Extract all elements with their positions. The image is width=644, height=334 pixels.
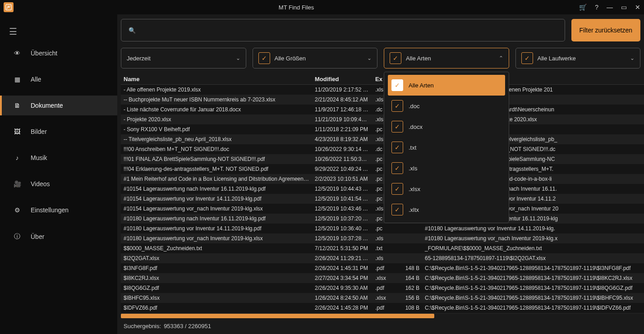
search-box[interactable]: 🔍: [121, 19, 565, 41]
cell-name: $I2Q2GAT.xlsx: [121, 253, 312, 263]
sidebar-item-label: Alle: [31, 76, 41, 83]
status-bar: Suchergebnis: 953363 / 2260951: [121, 318, 644, 334]
cell-ext: .txt: [373, 243, 392, 253]
table-row[interactable]: -- Buchprojekte MuT neuer ISBN Nummernkr…: [121, 95, 644, 105]
titlebar: MT Find Files 🛒 ? — ▭ ✕: [0, 0, 644, 14]
table-row[interactable]: #10154 Lagerauswertung vor Inventur 14.1…: [121, 194, 644, 204]
nav-icon: ⓘ: [13, 233, 22, 241]
table-body-scroll[interactable]: - Alle offenen Projekte 2019.xlsx11/20/2…: [121, 85, 644, 314]
table-row[interactable]: $$0000_MASSE_Zuchneiden.txt7/12/2021 5:3…: [121, 243, 644, 253]
cell-modified: 2/26/2024 9:35:30 AM: [312, 283, 373, 293]
column-modified[interactable]: Modified: [312, 74, 373, 84]
checkbox-icon: ✓: [391, 162, 403, 174]
cell-size: [392, 224, 422, 233]
filter-size[interactable]: ✓ Alle Größen ⌄: [253, 48, 378, 69]
sidebar-item-dokumente[interactable]: 🗎Dokumente: [0, 96, 117, 115]
table-row[interactable]: !!!01 FINAL AZA BrettSpieleSammlung-NOT …: [121, 154, 644, 164]
table-row[interactable]: $I8KC2RJ.xlsx2/27/2024 3:34:54 PM.xlsx16…: [121, 273, 644, 283]
window-actions: 🛒 ? — ▭ ✕: [579, 4, 640, 11]
checkbox-icon: ✓: [391, 204, 403, 215]
table-row[interactable]: $IFS3LKA.xlsx2/26/2024 9:35:13 AM.xlsx15…: [121, 313, 644, 314]
cell-ext: .pdf: [373, 283, 392, 293]
sidebar-item-label: Über: [31, 233, 44, 240]
sidebar-item-videos[interactable]: 🎥Videos: [0, 174, 117, 194]
table-row[interactable]: -- Titelvergleichsliste_pb_neu April_201…: [121, 134, 644, 144]
table-row[interactable]: $IBHFC95.xlsx1/26/2024 8:24:50 AM.xlsx15…: [121, 293, 644, 303]
sidebar-item-alle[interactable]: ▦Alle: [0, 69, 117, 89]
sidebar-item-label: Übersicht: [31, 50, 57, 57]
checkbox-icon: ✓: [391, 183, 403, 195]
filter-size-label: Alle Größen: [275, 55, 363, 62]
table-row[interactable]: $IDFVZ66.pdf2/26/2024 1:45:28 PM.pdf108 …: [121, 303, 644, 313]
table-row[interactable]: - Sony RX100 V Beiheft.pdf1/11/2018 2:21…: [121, 124, 644, 134]
table-row[interactable]: #10180 Lagerauswertung nach Inventur 16.…: [121, 214, 644, 224]
table-row[interactable]: #1 Mein Reiterhof and Code in a Box Lice…: [121, 174, 644, 184]
type-option[interactable]: ✓.xls: [388, 158, 505, 178]
sidebar-item-bilder[interactable]: 🖼Bilder: [0, 122, 117, 142]
cell-path: C:\$Recycle.Bin\S-1-5-21-3940217965-1288…: [422, 293, 643, 303]
cell-name: - Liste nächste Coverrunde für Januar 20…: [121, 105, 312, 114]
column-name[interactable]: Name: [121, 74, 312, 84]
cell-name: $I8QG6GZ.pdf: [121, 283, 312, 293]
table-row[interactable]: #10154 Lagerauswertung vor_nach Inventur…: [121, 204, 644, 214]
type-option[interactable]: ✓Alle Arten: [388, 75, 505, 96]
status-value: 953363 / 2260951: [164, 323, 211, 329]
app-logo: [4, 2, 14, 12]
type-option[interactable]: ✓.doc: [388, 96, 505, 116]
table-row[interactable]: #10154 Lagerauswertung nach Inventur 16.…: [121, 184, 644, 194]
type-option-label: .txt: [409, 144, 416, 151]
table-row[interactable]: - Projekte 2020.xlsx11/21/2019 10:09:45 …: [121, 114, 644, 124]
cell-name: #10180 Lagerauswertung nach Inventur 16.…: [121, 214, 312, 224]
window-title: MT Find Files: [14, 4, 579, 11]
type-option[interactable]: ✓.xltx: [388, 199, 505, 220]
close-icon[interactable]: ✕: [635, 4, 640, 11]
menu-toggle-icon[interactable]: ☰: [0, 20, 117, 43]
cell-modified: 10/26/2022 11:50:36 AM: [312, 154, 373, 164]
cell-modified: 4/23/2018 8:19:32 AM: [312, 134, 373, 144]
table-row[interactable]: !!!00 Anschreiben M+T_NOT SIGNED!!!.doc1…: [121, 144, 644, 154]
sidebar-item-musik[interactable]: ♪Musik: [0, 148, 117, 168]
type-option[interactable]: ✓.xlsx: [388, 178, 505, 199]
nav-icon: ▦: [13, 76, 22, 83]
cell-ext: .xls: [373, 233, 392, 243]
type-option-label: .xls: [409, 165, 418, 172]
horizontal-scrollbar[interactable]: [121, 314, 434, 318]
cell-name: -- Titelvergleichsliste_pb_neu April_201…: [121, 134, 312, 144]
type-option[interactable]: ✓.docx: [388, 116, 505, 137]
cell-path: 65-1288958134-1787501897-1119\$I2Q2GAT.x…: [422, 253, 643, 263]
sidebar-item-übersicht[interactable]: 👁Übersicht: [0, 43, 117, 63]
cell-ext: .xlsx: [373, 273, 392, 283]
table-row[interactable]: #10180 Lagerauswertung vor_nach Inventur…: [121, 233, 644, 243]
cell-name: #10154 Lagerauswertung vor Inventur 14.1…: [121, 194, 312, 204]
minimize-icon[interactable]: —: [607, 4, 613, 11]
cell-size: 164 B: [392, 273, 422, 283]
table-row[interactable]: - Liste nächste Coverrunde für Januar 20…: [121, 105, 644, 114]
type-option[interactable]: ✓.txt: [388, 137, 505, 158]
reset-filter-button[interactable]: Filter zurücksetzen: [571, 19, 640, 41]
cell-modified: 12/5/2019 10:41:54 AM: [312, 194, 373, 204]
help-icon[interactable]: ?: [595, 4, 598, 11]
cell-modified: 10/26/2022 9:30:14 AM: [312, 144, 373, 154]
chevron-up-icon: ⌃: [499, 55, 503, 61]
checkbox-icon: ✓: [391, 100, 403, 112]
sidebar-item-über[interactable]: ⓘÜber: [0, 226, 117, 247]
cell-ext: .xlsx: [373, 313, 392, 314]
type-option-label: .docx: [409, 124, 423, 130]
filter-type[interactable]: ✓ Alle Arten ⌃ ✓Alle Arten✓.doc✓.docx✓.t…: [384, 48, 509, 69]
table-row[interactable]: $I2Q2GAT.xlsx2/26/2024 11:29:21 AM.xls65…: [121, 253, 644, 263]
search-input[interactable]: [141, 27, 557, 34]
cart-icon[interactable]: 🛒: [579, 4, 587, 11]
sidebar-item-einstellungen[interactable]: ⚙Einstellungen: [0, 200, 117, 220]
filter-drives[interactable]: ✓ Alle Laufwerke ⌄: [515, 48, 641, 69]
table-row[interactable]: - Alle offenen Projekte 2019.xlsx11/20/2…: [121, 85, 644, 95]
cell-modified: 11/9/2017 12:46:18 PM: [312, 105, 373, 114]
filter-time[interactable]: Jederzeit ⌄: [121, 48, 246, 69]
table-row[interactable]: $I3NFG8F.pdf2/26/2024 1:45:31 PM.pdf148 …: [121, 263, 644, 273]
table-row[interactable]: !!!04 Erklaerung-des-antragsstellers_M+T…: [121, 164, 644, 174]
table-row[interactable]: $I8QG6GZ.pdf2/26/2024 9:35:30 AM.pdf162 …: [121, 283, 644, 293]
maximize-icon[interactable]: ▭: [621, 4, 627, 11]
filter-type-label: Alle Arten: [406, 55, 494, 62]
cell-name: - Alle offenen Projekte 2019.xlsx: [121, 85, 312, 95]
table-row[interactable]: #10180 Lagerauswertung vor Inventur 14.1…: [121, 224, 644, 233]
cell-modified: 1/11/2018 2:21:09 PM: [312, 124, 373, 134]
